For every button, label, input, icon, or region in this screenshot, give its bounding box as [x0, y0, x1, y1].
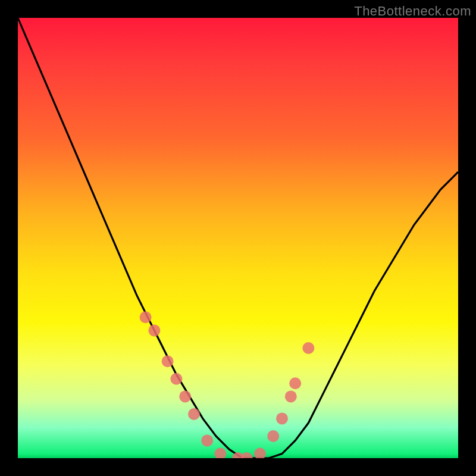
- chart-plot-area: [18, 18, 458, 458]
- sample-point: [179, 390, 191, 402]
- sample-point: [140, 311, 152, 323]
- sample-point: [162, 355, 174, 367]
- sample-point: [289, 377, 301, 389]
- sample-point: [302, 342, 314, 354]
- watermark-text: TheBottleneck.com: [354, 4, 471, 19]
- chart-overlay: [18, 18, 458, 458]
- sample-point: [254, 448, 266, 458]
- sample-point: [241, 452, 253, 458]
- sample-point: [276, 412, 288, 424]
- bottleneck-curve: [18, 18, 458, 458]
- chart-frame: TheBottleneck.com: [0, 0, 476, 476]
- sample-points-group: [140, 311, 315, 458]
- sample-point: [267, 430, 279, 442]
- sample-point: [214, 448, 226, 458]
- sample-point: [188, 408, 200, 420]
- sample-point: [170, 373, 182, 385]
- sample-point: [148, 324, 160, 336]
- sample-point: [285, 390, 297, 402]
- sample-point: [201, 434, 213, 446]
